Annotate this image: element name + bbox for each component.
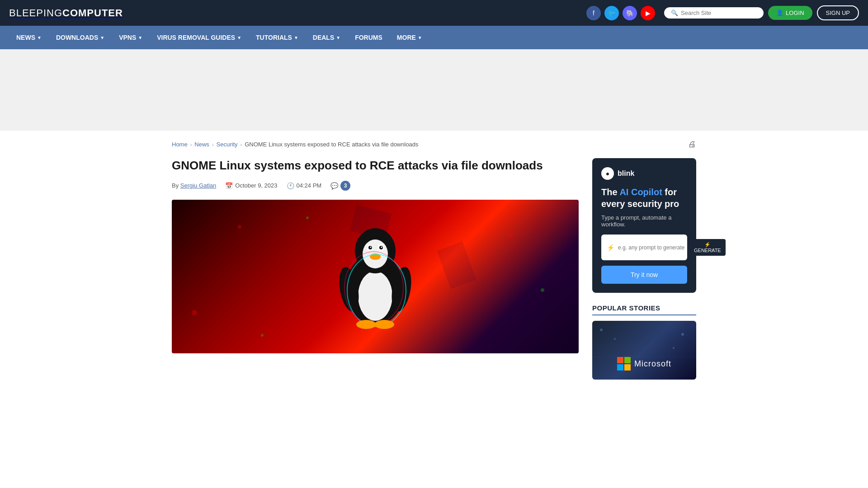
sidebar-advertisement: ● blink The AI Copilot for every securit… bbox=[592, 158, 696, 293]
svg-point-16 bbox=[374, 320, 394, 329]
article-layout: GNOME Linux systems exposed to RCE attac… bbox=[172, 158, 696, 380]
nav-virus-caret: ▼ bbox=[237, 35, 241, 40]
breadcrumb-left: Home › News › Security › GNOME Linux sys… bbox=[172, 141, 419, 148]
prompt-input[interactable] bbox=[618, 244, 686, 251]
svg-point-1 bbox=[358, 271, 392, 321]
sidebar-ad-heading: The AI Copilot for every security pro bbox=[601, 186, 687, 210]
article-hero-image bbox=[172, 200, 579, 353]
article-main: GNOME Linux systems exposed to RCE attac… bbox=[172, 158, 579, 380]
try-it-button[interactable]: Try it now bbox=[601, 266, 687, 284]
author-by: By Sergiu Gatlan bbox=[172, 182, 216, 189]
youtube-icon[interactable]: ▶ bbox=[641, 6, 655, 20]
article-title: GNOME Linux systems exposed to RCE attac… bbox=[172, 158, 579, 174]
nav-downloads-caret: ▼ bbox=[100, 35, 104, 40]
facebook-icon[interactable]: f bbox=[586, 6, 601, 20]
calendar-icon: 📅 bbox=[225, 182, 233, 189]
comment-number: 3 bbox=[340, 181, 350, 191]
twitter-icon[interactable]: 🐦 bbox=[604, 6, 619, 20]
site-header: BLEEPINGCOMPUTER f 🐦 🐘 ▶ 🔍 👤 LOGIN SIGN … bbox=[0, 0, 868, 26]
sidebar-ad-description: Type a prompt, automate a workflow. bbox=[601, 214, 687, 228]
breadcrumb-home[interactable]: Home bbox=[172, 141, 188, 148]
nav-downloads[interactable]: DOWNLOADS ▼ bbox=[49, 26, 112, 49]
svg-point-18 bbox=[306, 216, 309, 219]
nav-tutorials-caret: ▼ bbox=[294, 35, 298, 40]
nav-forums[interactable]: FORUMS bbox=[348, 26, 390, 49]
nav-vpns[interactable]: VPNS ▼ bbox=[112, 26, 150, 49]
main-nav: NEWS ▼ DOWNLOADS ▼ VPNS ▼ VIRUS REMOVAL … bbox=[0, 26, 868, 49]
nav-more[interactable]: MORE ▼ bbox=[390, 26, 429, 49]
signup-button[interactable]: SIGN UP bbox=[817, 5, 859, 20]
nav-deals-caret: ▼ bbox=[336, 35, 340, 40]
search-input[interactable] bbox=[681, 9, 757, 16]
advertisement-banner bbox=[0, 49, 868, 131]
svg-point-17 bbox=[238, 225, 241, 229]
breadcrumb-sep-2: › bbox=[212, 142, 214, 147]
breadcrumb-sep-1: › bbox=[190, 142, 192, 147]
tux-penguin bbox=[330, 217, 420, 336]
svg-rect-24 bbox=[437, 241, 476, 289]
svg-point-25 bbox=[600, 328, 603, 331]
blink-icon: ● bbox=[601, 167, 614, 180]
svg-point-20 bbox=[541, 288, 544, 292]
svg-point-9 bbox=[381, 246, 382, 248]
svg-point-27 bbox=[681, 333, 684, 336]
nav-news[interactable]: NEWS ▼ bbox=[9, 26, 49, 49]
blink-brand-name: blink bbox=[618, 169, 634, 178]
svg-point-8 bbox=[370, 246, 372, 248]
svg-point-15 bbox=[356, 320, 376, 329]
article-time: 🕐 04:24 PM bbox=[287, 182, 322, 189]
generate-button[interactable]: ⚡ GENERATE bbox=[689, 239, 726, 256]
nav-vpns-caret: ▼ bbox=[138, 35, 142, 40]
author-link[interactable]: Sergiu Gatlan bbox=[180, 182, 217, 189]
mastodon-icon[interactable]: 🐘 bbox=[623, 6, 637, 20]
content-wrapper: Home › News › Security › GNOME Linux sys… bbox=[163, 131, 705, 389]
article-sidebar: ● blink The AI Copilot for every securit… bbox=[592, 158, 696, 380]
breadcrumb-security[interactable]: Security bbox=[217, 141, 238, 148]
svg-point-22 bbox=[261, 334, 264, 337]
nav-more-caret: ▼ bbox=[418, 35, 422, 40]
comment-icon: 💬 bbox=[330, 182, 338, 189]
popular-stories-heading: POPULAR STORIES bbox=[592, 304, 696, 315]
search-icon: 🔍 bbox=[671, 9, 678, 16]
clock-icon: 🕐 bbox=[287, 182, 294, 189]
svg-point-28 bbox=[673, 347, 675, 349]
header-right: f 🐦 🐘 ▶ 🔍 👤 LOGIN SIGN UP bbox=[586, 5, 859, 20]
prompt-icon: ⚡ bbox=[607, 244, 614, 251]
logo-text-light: BLEEPING bbox=[9, 7, 62, 19]
nav-tutorials[interactable]: TUTORIALS ▼ bbox=[249, 26, 306, 49]
logo-text-bold: COMPUTER bbox=[62, 7, 123, 19]
comment-count[interactable]: 💬 3 bbox=[330, 181, 350, 191]
print-icon[interactable]: 🖨 bbox=[688, 140, 696, 149]
search-bar: 🔍 bbox=[664, 7, 764, 19]
sidebar-prompt-area: ⚡ ⚡ GENERATE bbox=[601, 235, 687, 260]
breadcrumb-current: GNOME Linux systems exposed to RCE attac… bbox=[245, 141, 418, 148]
svg-point-21 bbox=[192, 310, 197, 315]
nav-virus-removal[interactable]: VIRUS REMOVAL GUIDES ▼ bbox=[150, 26, 249, 49]
breadcrumb: Home › News › Security › GNOME Linux sys… bbox=[172, 140, 696, 149]
user-icon: 👤 bbox=[776, 9, 783, 16]
svg-point-26 bbox=[614, 338, 616, 340]
social-icons: f 🐦 🐘 ▶ bbox=[586, 6, 655, 20]
site-logo[interactable]: BLEEPINGCOMPUTER bbox=[9, 7, 123, 19]
nav-deals[interactable]: DEALS ▼ bbox=[306, 26, 348, 49]
article-date: 📅 October 9, 2023 bbox=[225, 182, 277, 189]
article-meta: By Sergiu Gatlan 📅 October 9, 2023 🕐 04:… bbox=[172, 181, 579, 191]
breadcrumb-news[interactable]: News bbox=[194, 141, 209, 148]
login-button[interactable]: 👤 LOGIN bbox=[768, 6, 812, 20]
popular-story-image[interactable]: Microsoft bbox=[592, 321, 696, 380]
breadcrumb-sep-3: › bbox=[241, 142, 242, 147]
svg-point-19 bbox=[509, 234, 513, 238]
popular-stories-section: POPULAR STORIES Microsoft bbox=[592, 304, 696, 380]
nav-news-caret: ▼ bbox=[37, 35, 42, 40]
blink-logo: ● blink bbox=[601, 167, 687, 180]
